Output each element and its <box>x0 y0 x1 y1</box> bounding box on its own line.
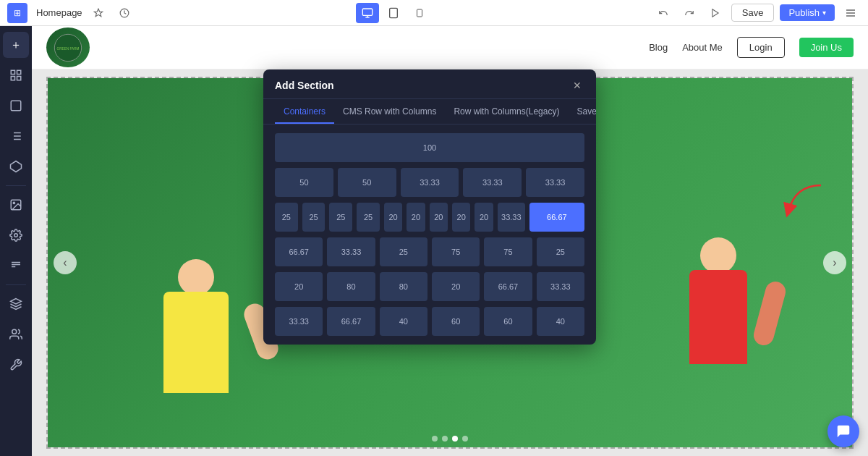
page-name: Homepage <box>36 7 82 18</box>
layout-row-4: 66.67 33.33 25 75 75 25 <box>275 237 584 266</box>
save-button[interactable]: Save <box>731 4 775 22</box>
dot-1[interactable] <box>432 436 438 442</box>
modal-body: 100 50 50 33.33 33.33 33.33 25 25 25 <box>263 124 596 345</box>
sidebar-icon-media[interactable] <box>3 192 29 218</box>
sidebar-icon-components[interactable] <box>3 153 29 180</box>
dot-2[interactable] <box>442 436 448 442</box>
modal-header: Add Section ✕ <box>263 69 596 99</box>
add-section-modal: Add Section ✕ Containers CMS Row with Co… <box>263 69 596 345</box>
device-group <box>356 3 431 23</box>
redo-btn[interactable] <box>679 3 699 23</box>
layout-cell-25-b[interactable]: 25 <box>302 203 326 232</box>
layout-cell-80-a[interactable]: 80 <box>327 272 375 301</box>
layout-cell-50-a[interactable]: 50 <box>275 168 333 197</box>
hamburger-icon[interactable] <box>841 3 861 23</box>
chat-bubble[interactable] <box>827 415 859 447</box>
figure-head-yellow <box>178 259 214 295</box>
layout-cell-20-c[interactable]: 20 <box>430 203 448 232</box>
topbar: ⊞ Homepage Save Publish ▾ <box>0 0 868 26</box>
svg-marker-23 <box>11 161 22 172</box>
layout-cell-6667-a[interactable]: 66.67 <box>275 237 323 266</box>
layout-cell-20-d[interactable]: 20 <box>452 203 470 232</box>
sidebar-icon-more[interactable] <box>3 352 29 378</box>
layout-cell-40-a[interactable]: 40 <box>380 307 427 336</box>
dot-3[interactable] <box>452 436 458 442</box>
canvas-area: GREEN FARM Blog About Me Login Join Us <box>32 26 868 456</box>
carousel-next-btn[interactable]: › <box>823 251 846 274</box>
layout-row-1: 100 <box>275 133 584 162</box>
sidebar-icon-layers[interactable] <box>3 291 29 317</box>
sidebar-sep-1 <box>6 185 26 186</box>
login-button[interactable]: Login <box>737 37 785 58</box>
layout-cell-75-b[interactable]: 75 <box>484 237 532 266</box>
publish-button[interactable]: Publish ▾ <box>780 4 835 21</box>
svg-rect-12 <box>11 70 14 74</box>
sidebar-icon-settings[interactable] <box>3 222 29 248</box>
layout-cell-25-c[interactable]: 25 <box>329 203 352 232</box>
tab-save[interactable]: Save <box>568 99 596 124</box>
layout-cell-60-b[interactable]: 60 <box>484 307 532 336</box>
dot-4[interactable] <box>462 436 468 442</box>
layout-cell-6667-c[interactable]: 66.67 <box>327 307 375 336</box>
svg-rect-6 <box>417 9 422 17</box>
figure-body-yellow <box>163 292 229 393</box>
layout-cell-3333-c[interactable]: 33.33 <box>275 307 323 336</box>
site-logo-area: GREEN FARM <box>46 28 90 67</box>
tab-cms-row[interactable]: CMS Row with Columns <box>334 99 445 124</box>
tablet-btn[interactable] <box>382 3 405 23</box>
layout-cell-20-g[interactable]: 20 <box>432 272 480 301</box>
svg-rect-16 <box>11 101 21 111</box>
layout-cell-3333-a[interactable]: 33.33 <box>327 237 375 266</box>
tab-row-legacy[interactable]: Row with Columns(Legacy) <box>445 99 568 124</box>
layout-row-3: 25 25 25 25 20 20 20 20 20 33.33 66.67 <box>275 203 584 232</box>
sidebar-icon-pages[interactable] <box>3 62 29 88</box>
svg-rect-15 <box>17 77 21 80</box>
sidebar-icon-add[interactable]: ＋ <box>3 32 29 58</box>
main-layout: ＋ <box>0 26 868 456</box>
modal-title: Add Section <box>275 80 334 91</box>
apps-icon[interactable]: ⊞ <box>7 3 27 23</box>
layout-cell-50-b[interactable]: 50 <box>338 168 396 197</box>
pin-icon[interactable] <box>88 3 109 23</box>
layout-cell-25-f[interactable]: 25 <box>537 237 584 266</box>
nav-about-link[interactable]: About Me <box>682 42 723 53</box>
layout-cell-20-b[interactable]: 20 <box>407 203 425 232</box>
svg-rect-14 <box>11 77 14 80</box>
layout-cell-6667-b[interactable]: 66.67 <box>484 272 532 301</box>
join-button[interactable]: Join Us <box>799 38 854 57</box>
layout-cell-20-f[interactable]: 20 <box>275 272 323 301</box>
desktop-btn[interactable] <box>356 3 379 23</box>
layout-cell-3333-sel[interactable]: 33.33 <box>498 203 525 232</box>
sidebar-icon-sections[interactable] <box>3 123 29 149</box>
layout-cell-20-a[interactable]: 20 <box>384 203 402 232</box>
layout-cell-80-b[interactable]: 80 <box>380 272 427 301</box>
layout-cell-3333-b[interactable]: 33.33 <box>537 272 584 301</box>
nav-blog-link[interactable]: Blog <box>649 42 668 53</box>
carousel-prev-btn[interactable]: ‹ <box>54 251 77 274</box>
sidebar-icon-cms[interactable] <box>3 253 29 279</box>
layout-cell-25-e[interactable]: 25 <box>380 237 427 266</box>
layout-cell-75-a[interactable]: 75 <box>432 237 480 266</box>
carousel-dots <box>432 436 468 442</box>
undo-btn[interactable] <box>653 3 673 23</box>
layout-cell-60-a[interactable]: 60 <box>432 307 480 336</box>
history-icon[interactable] <box>114 3 135 23</box>
layout-cell-25-d[interactable]: 25 <box>357 203 380 232</box>
layout-cell-33-a[interactable]: 33.33 <box>401 168 459 197</box>
layout-cell-25-a[interactable]: 25 <box>275 203 298 232</box>
layout-cell-100[interactable]: 100 <box>275 133 584 162</box>
layout-row-2: 50 50 33.33 33.33 33.33 <box>275 168 584 197</box>
mobile-btn[interactable] <box>408 3 431 23</box>
layout-cell-6667-sel[interactable]: 66.67 <box>529 203 584 232</box>
sidebar-icon-members[interactable] <box>3 321 29 347</box>
layout-cell-33-c[interactable]: 33.33 <box>526 168 584 197</box>
preview-btn[interactable] <box>705 3 726 23</box>
layout-cell-33-b[interactable]: 33.33 <box>463 168 522 197</box>
tab-containers[interactable]: Containers <box>275 99 334 124</box>
sidebar-icon-elements[interactable] <box>3 93 29 119</box>
layout-cell-20-e[interactable]: 20 <box>475 203 493 232</box>
layout-row-5: 20 80 80 20 66.67 33.33 <box>275 272 584 301</box>
left-sidebar: ＋ <box>0 26 32 456</box>
modal-close-button[interactable]: ✕ <box>570 78 584 93</box>
layout-cell-40-b[interactable]: 40 <box>537 307 584 336</box>
